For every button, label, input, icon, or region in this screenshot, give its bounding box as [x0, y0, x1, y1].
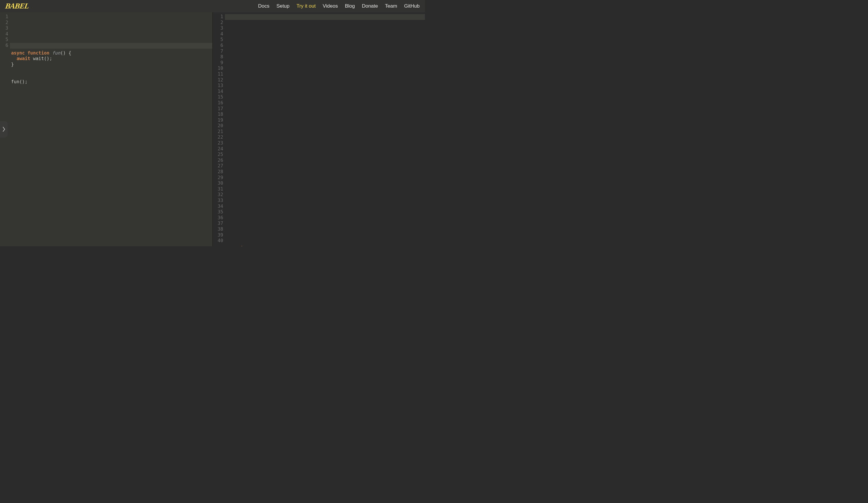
nav-link-donate[interactable]: Donate [362, 3, 378, 9]
input-current-line-highlight [0, 43, 212, 49]
input-code[interactable]: async function fun() { await wait();}fun… [0, 49, 212, 85]
nav-link-team[interactable]: Team [385, 3, 397, 9]
output-code: function asyncGeneratorStep(gen, resolve… [213, 244, 425, 246]
main-nav: DocsSetupTry it outVideosBlogDonateTeamG… [258, 3, 420, 9]
chevron-right-icon [2, 126, 6, 132]
output-editor[interactable]: 1234567891011121314151617181920212223242… [213, 12, 425, 246]
input-gutter: 123456 [0, 12, 10, 49]
top-bar: BABEL DocsSetupTry it outVideosBlogDonat… [0, 0, 425, 12]
nav-link-try-it-out[interactable]: Try it out [296, 3, 316, 9]
expand-sidebar-button[interactable] [0, 121, 8, 138]
nav-link-github[interactable]: GitHub [404, 3, 420, 9]
input-editor[interactable]: 123456 async function fun() { await wait… [0, 12, 213, 246]
main-area: 123456 async function fun() { await wait… [0, 12, 425, 246]
nav-link-blog[interactable]: Blog [345, 3, 355, 9]
output-current-line-highlight [213, 14, 425, 20]
nav-link-setup[interactable]: Setup [277, 3, 289, 9]
nav-link-docs[interactable]: Docs [258, 3, 269, 9]
output-gutter: 1234567891011121314151617181920212223242… [213, 12, 225, 244]
brand-logo[interactable]: BABEL [5, 2, 29, 11]
nav-link-videos[interactable]: Videos [323, 3, 338, 9]
